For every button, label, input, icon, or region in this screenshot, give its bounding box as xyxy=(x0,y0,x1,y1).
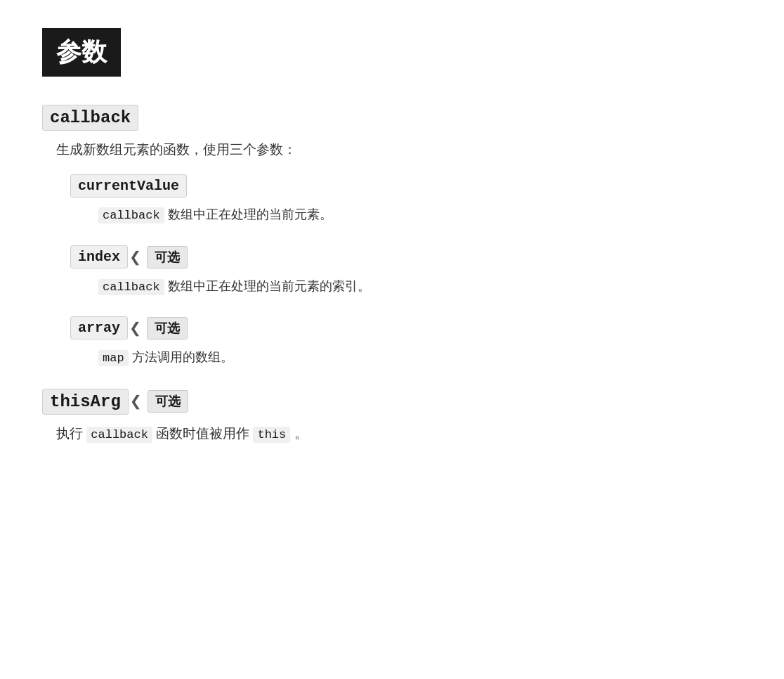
param-thisarg-section: thisArg ❮ 可选 执行 callback 函数时值被用作 this 。 xyxy=(42,389,742,444)
param-thisarg-optional-badge: 可选 xyxy=(148,390,188,413)
param-thisarg-name: thisArg xyxy=(42,389,129,415)
subparam-currentvalue-block: currentValue callback 数组中正在处理的当前元素。 xyxy=(70,174,742,225)
subparam-currentvalue-description: callback 数组中正在处理的当前元素。 xyxy=(98,205,742,225)
subparam-index-block: index ❮ 可选 callback 数组中正在处理的当前元素的索引。 xyxy=(70,245,742,297)
subparam-array-separator: ❮ xyxy=(129,316,141,340)
param-callback-header: callback xyxy=(42,105,138,131)
callback-subparams: currentValue callback 数组中正在处理的当前元素。 inde… xyxy=(70,174,742,368)
subparam-currentvalue-header: currentValue xyxy=(70,174,187,198)
param-callback-name: callback xyxy=(42,105,138,131)
subparam-index-optional-badge: 可选 xyxy=(147,246,188,269)
subparam-index-separator: ❮ xyxy=(129,245,141,269)
subparam-index-name: index xyxy=(70,245,128,269)
page-container: 参数 callback 生成新数组元素的函数，使用三个参数： currentVa… xyxy=(42,28,742,444)
subparam-array-description: map 方法调用的数组。 xyxy=(98,347,742,368)
param-thisarg-separator: ❮ xyxy=(130,389,142,413)
section-title-text: 参数 xyxy=(56,37,107,66)
param-thisarg-header: thisArg ❮ 可选 xyxy=(42,389,188,415)
section-title-box: 参数 xyxy=(42,28,121,77)
param-thisarg-this-ref: this xyxy=(253,427,290,443)
subparam-array-header: array ❮ 可选 xyxy=(70,316,188,340)
subparam-array-optional-badge: 可选 xyxy=(147,317,188,340)
param-thisarg-description: 执行 callback 函数时值被用作 this 。 xyxy=(56,423,742,444)
subparam-index-callback-ref: callback xyxy=(98,279,164,295)
param-thisarg-callback-ref: callback xyxy=(86,427,152,443)
subparam-index-header: index ❮ 可选 xyxy=(70,245,188,269)
subparam-currentvalue-callback-ref: callback xyxy=(98,207,164,224)
param-callback-section: callback 生成新数组元素的函数，使用三个参数： currentValue… xyxy=(42,105,742,368)
subparam-array-name: array xyxy=(70,316,128,340)
subparam-index-description: callback 数组中正在处理的当前元素的索引。 xyxy=(98,276,742,297)
subparam-array-map-ref: map xyxy=(98,350,129,366)
param-callback-description: 生成新数组元素的函数，使用三个参数： xyxy=(56,139,742,160)
subparam-currentvalue-name: currentValue xyxy=(70,174,187,198)
subparam-array-block: array ❮ 可选 map 方法调用的数组。 xyxy=(70,316,742,368)
